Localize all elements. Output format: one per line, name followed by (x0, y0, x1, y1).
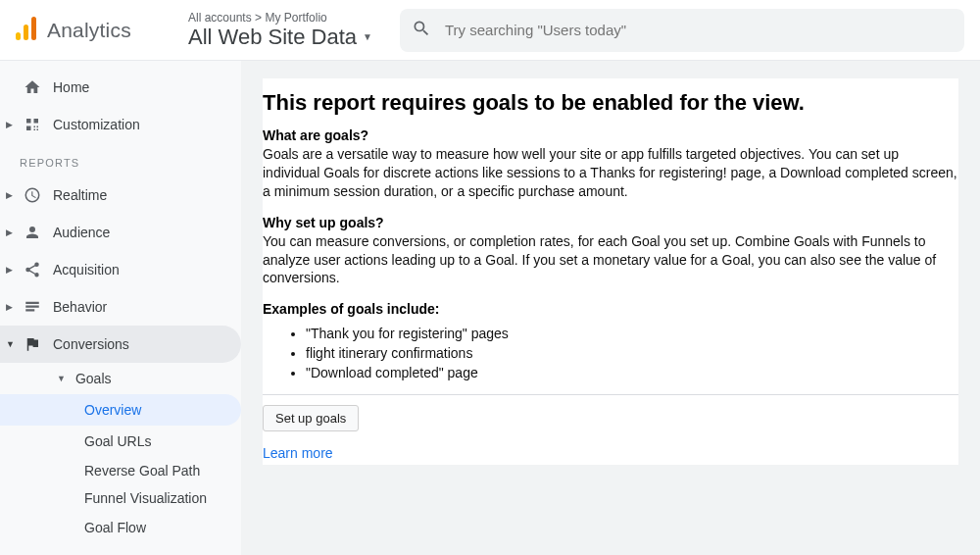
search-bar[interactable] (400, 9, 964, 52)
examples-heading: Examples of goals include: (263, 301, 958, 317)
sidebar-item-behavior[interactable]: ▶ Behavior (0, 288, 241, 326)
sidebar-subitem-reverse-goal-path[interactable]: Reverse Goal Path (0, 457, 241, 484)
dashboard-icon (22, 116, 43, 133)
report-panel: This report requires goals to be enabled… (263, 78, 958, 465)
example-item: "Thank you for registering" pages (306, 325, 958, 344)
analytics-logo-icon (16, 17, 37, 44)
home-icon (22, 78, 43, 96)
sidebar-item-acquisition[interactable]: ▶ Acquisition (0, 251, 241, 288)
search-icon (412, 19, 431, 42)
sidebar-subitem-goals[interactable]: ▼ Goals (0, 363, 241, 394)
example-item: flight itinerary confirmations (306, 344, 958, 364)
examples-list: "Thank you for registering" pages flight… (263, 325, 958, 382)
reports-section-header: REPORTS (0, 143, 241, 177)
sidebar: ▶ Home ▶ Customization REPORTS ▶ Realtim… (0, 61, 241, 555)
breadcrumb: All accounts > My Portfolio (188, 11, 372, 25)
account-picker[interactable]: All accounts > My Portfolio All Web Site… (188, 11, 372, 50)
chevron-down-icon: ▼ (57, 374, 66, 383)
svg-rect-0 (16, 32, 21, 40)
sidebar-item-home[interactable]: ▶ Home (0, 69, 241, 106)
content-area: This report requires goals to be enabled… (241, 61, 980, 555)
sidebar-item-customization[interactable]: ▶ Customization (0, 106, 241, 143)
report-title: This report requires goals to be enabled… (263, 90, 958, 116)
share-icon (22, 261, 43, 278)
brand-text: Analytics (47, 19, 131, 42)
sidebar-item-realtime[interactable]: ▶ Realtime (0, 177, 241, 214)
example-item: "Download completed" page (306, 364, 958, 383)
learn-more-link[interactable]: Learn more (263, 445, 958, 461)
list-icon (22, 298, 43, 316)
divider (263, 394, 958, 395)
person-icon (22, 224, 43, 241)
sidebar-subitem-goal-flow[interactable]: Goal Flow (0, 512, 241, 543)
why-heading: Why set up goals? (263, 215, 958, 230)
why-body: You can measure conversions, or completi… (263, 232, 958, 288)
what-heading: What are goals? (263, 127, 958, 143)
what-body: Goals are a versatile way to measure how… (263, 145, 958, 201)
svg-rect-2 (31, 17, 36, 40)
flag-icon (22, 335, 43, 353)
sidebar-item-audience[interactable]: ▶ Audience (0, 214, 241, 251)
clock-icon (22, 186, 43, 204)
brand-area[interactable]: Analytics (16, 17, 161, 44)
header: Analytics All accounts > My Portfolio Al… (0, 0, 980, 61)
search-input[interactable] (445, 22, 953, 38)
view-name: All Web Site Data (188, 25, 357, 50)
setup-goals-button[interactable]: Set up goals (263, 405, 359, 431)
sidebar-subitem-overview[interactable]: Overview (0, 394, 241, 426)
sidebar-subitem-goal-urls[interactable]: Goal URLs (0, 426, 241, 457)
sidebar-item-conversions[interactable]: ▼ Conversions (0, 326, 241, 363)
sidebar-subitem-funnel-visualization[interactable]: Funnel Visualization (0, 484, 241, 512)
svg-rect-1 (24, 25, 28, 40)
chevron-down-icon: ▼ (363, 31, 372, 42)
